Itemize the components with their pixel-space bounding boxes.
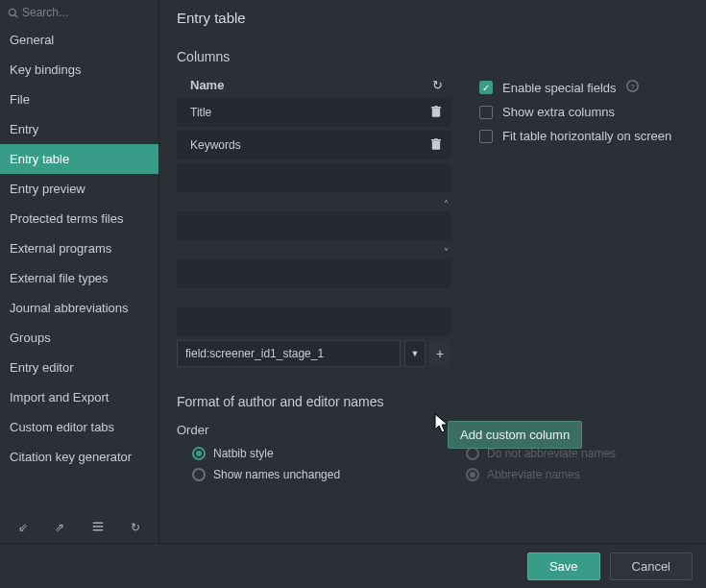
unchanged-radio[interactable] xyxy=(192,468,206,481)
sidebar-item-file[interactable]: File xyxy=(0,85,158,114)
chevron-down-icon[interactable]: ˅ xyxy=(444,247,449,257)
chevron-up-icon[interactable]: ˄ xyxy=(444,199,449,209)
sidebar-item-general[interactable]: General xyxy=(0,25,158,55)
add-custom-column-tooltip: Add custom column xyxy=(448,421,582,449)
natbib-radio[interactable] xyxy=(192,447,206,460)
search-input[interactable]: Search... xyxy=(0,0,158,25)
trash-icon[interactable] xyxy=(431,106,441,119)
columns-section-title: Columns xyxy=(177,49,689,64)
abbrev-label: Abbreviate names xyxy=(487,468,580,481)
svg-rect-10 xyxy=(434,138,437,140)
expand-out-icon[interactable]: ⇗ xyxy=(55,521,64,535)
sidebar-item-groups[interactable]: Groups xyxy=(0,323,158,353)
sidebar: Search... General Key bindings File Entr… xyxy=(0,0,159,543)
svg-line-1 xyxy=(15,14,18,17)
sidebar-item-customeditortabs[interactable]: Custom editor tabs xyxy=(0,412,158,442)
search-icon xyxy=(8,8,18,18)
fit-horizontal-checkbox[interactable] xyxy=(479,130,493,143)
svg-rect-7 xyxy=(434,106,437,108)
show-extra-columns-checkbox[interactable] xyxy=(479,106,493,119)
sidebar-item-externalfiletypes[interactable]: External file types xyxy=(0,263,158,293)
svg-rect-8 xyxy=(432,141,440,150)
no-abbrev-radio[interactable] xyxy=(466,447,479,460)
add-column-button[interactable]: + xyxy=(429,340,450,367)
svg-rect-2 xyxy=(92,523,103,525)
custom-column-input[interactable] xyxy=(177,340,401,367)
svg-rect-3 xyxy=(92,526,103,527)
column-row-empty[interactable] xyxy=(177,211,450,240)
list-icon[interactable] xyxy=(92,521,104,535)
refresh-icon[interactable]: ↻ xyxy=(131,521,140,535)
svg-point-0 xyxy=(9,9,15,15)
sidebar-toolbar: ⇙ ⇗ ↻ xyxy=(0,513,158,543)
sidebar-item-citationkeygen[interactable]: Citation key generator xyxy=(0,442,158,472)
column-row-empty[interactable] xyxy=(177,259,450,288)
custom-column-dropdown[interactable]: ▼ xyxy=(404,340,426,367)
trash-icon[interactable] xyxy=(431,138,441,152)
sidebar-item-entry[interactable]: Entry xyxy=(0,114,158,144)
columns-options: ✓ Enable special fields ? Show extra col… xyxy=(479,78,671,367)
svg-rect-4 xyxy=(92,529,103,531)
help-icon[interactable]: ? xyxy=(626,80,639,95)
column-row-label: Title xyxy=(190,106,211,119)
enable-special-fields-label: Enable special fields xyxy=(502,81,617,95)
sidebar-item-keybindings[interactable]: Key bindings xyxy=(0,55,158,85)
column-row[interactable]: Title xyxy=(177,98,450,127)
main-content: Entry table Columns Name ↻ Title Keyword… xyxy=(159,0,706,543)
sidebar-item-entrypreview[interactable]: Entry preview xyxy=(0,174,158,204)
sidebar-item-externalprograms[interactable]: External programs xyxy=(0,233,158,263)
collapse-in-icon[interactable]: ⇙ xyxy=(18,521,28,535)
column-row-empty[interactable] xyxy=(177,163,450,192)
column-header-name: Name xyxy=(190,78,224,92)
format-section-title: Format of author and editor names xyxy=(177,394,689,409)
sidebar-item-importexport[interactable]: Import and Export xyxy=(0,382,158,412)
no-abbrev-label: Do not abbreviate names xyxy=(487,447,616,460)
column-row-empty[interactable] xyxy=(177,307,450,336)
column-row-label: Keywords xyxy=(190,138,241,152)
show-extra-columns-label: Show extra columns xyxy=(502,105,615,119)
natbib-label: Natbib style xyxy=(213,447,274,460)
svg-rect-5 xyxy=(432,109,440,117)
enable-special-fields-checkbox[interactable]: ✓ xyxy=(479,81,493,94)
columns-list: Name ↻ Title Keywords ˄ xyxy=(177,78,450,367)
refresh-columns-icon[interactable]: ↻ xyxy=(432,78,443,92)
footer: Save Cancel xyxy=(0,543,706,588)
svg-text:?: ? xyxy=(630,83,635,91)
sidebar-item-entrytable[interactable]: Entry table xyxy=(0,144,158,174)
order-subtitle: Order xyxy=(177,423,450,437)
sidebar-item-journalabbrev[interactable]: Journal abbreviations xyxy=(0,293,158,323)
column-row[interactable]: Keywords xyxy=(177,131,450,159)
abbrev-radio[interactable] xyxy=(466,468,479,481)
cancel-button[interactable]: Cancel xyxy=(610,552,693,580)
sidebar-item-protectedterms[interactable]: Protected terms files xyxy=(0,204,158,233)
sidebar-items: General Key bindings File Entry Entry ta… xyxy=(0,25,158,513)
unchanged-label: Show names unchanged xyxy=(213,468,340,481)
save-button[interactable]: Save xyxy=(527,552,600,580)
page-title: Entry table xyxy=(177,10,689,26)
sidebar-item-entryeditor[interactable]: Entry editor xyxy=(0,353,158,382)
fit-horizontal-label: Fit table horizontally on screen xyxy=(502,129,671,143)
search-placeholder: Search... xyxy=(22,6,68,19)
